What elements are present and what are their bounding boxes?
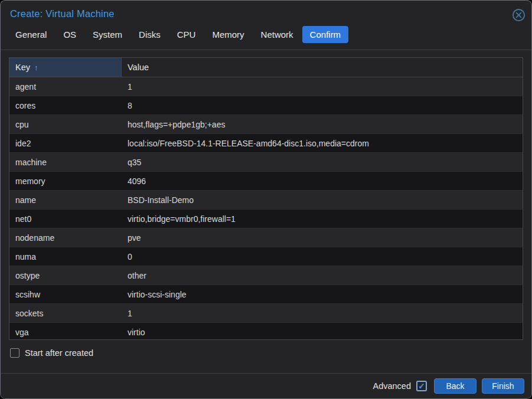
tab-network[interactable]: Network (253, 26, 301, 43)
table-row[interactable]: nodenamepve (9, 228, 523, 247)
table-row[interactable]: numa0 (9, 247, 523, 266)
table-header: Key ↑ Value (9, 58, 523, 77)
value-cell: other (122, 271, 523, 280)
table-row[interactable]: vgavirtio (9, 323, 523, 339)
table-row[interactable]: cores8 (9, 96, 523, 115)
table-row[interactable]: ostypeother (9, 266, 523, 285)
table-body: agent1cores8cpuhost,flags=+pdpe1gb;+aesi… (9, 77, 523, 339)
confirm-settings-table: Key ↑ Value agent1cores8cpuhost,flags=+p… (9, 57, 523, 340)
dialog-titlebar: Create: Virtual Machine (1, 1, 531, 23)
sort-ascending-icon: ↑ (34, 63, 38, 72)
key-cell: numa (9, 252, 122, 261)
key-cell: ostype (9, 271, 122, 280)
dialog-body: Key ↑ Value agent1cores8cpuhost,flags=+p… (1, 50, 531, 360)
advanced-checkbox[interactable]: ✓ (416, 381, 427, 391)
close-icon (512, 8, 526, 22)
table-row[interactable]: net0virtio,bridge=vmbr0,firewall=1 (9, 210, 523, 228)
key-cell: net0 (9, 214, 122, 224)
value-cell: 1 (122, 309, 523, 318)
key-cell: memory (9, 176, 122, 186)
table-row[interactable]: ide2local:iso/FreeBSD-14.1-RELEASE-amd64… (9, 134, 523, 153)
table-row[interactable]: machineq35 (9, 153, 523, 172)
key-cell: agent (9, 82, 122, 91)
finish-button[interactable]: Finish (482, 378, 524, 394)
value-cell: 1 (122, 82, 523, 91)
table-row[interactable]: agent1 (9, 77, 523, 96)
value-cell: q35 (122, 158, 523, 167)
column-header-key[interactable]: Key ↑ (9, 58, 122, 77)
tab-general[interactable]: General (8, 26, 54, 43)
start-after-created-checkbox[interactable] (10, 348, 19, 358)
column-header-value-label: Value (128, 63, 149, 72)
table-row[interactable]: nameBSD-Install-Demo (9, 191, 523, 210)
value-cell: virtio (122, 328, 523, 337)
key-cell: cpu (9, 120, 122, 129)
table-row[interactable]: sockets1 (9, 304, 523, 323)
advanced-label: Advanced (373, 381, 412, 391)
tab-memory[interactable]: Memory (204, 26, 252, 43)
key-cell: cores (9, 101, 122, 110)
value-cell: virtio-scsi-single (122, 290, 523, 299)
column-header-value[interactable]: Value (122, 58, 523, 77)
value-cell: 4096 (122, 176, 523, 186)
table-row[interactable]: scsihwvirtio-scsi-single (9, 285, 523, 304)
value-cell: 0 (122, 252, 523, 261)
key-cell: sockets (9, 309, 122, 318)
checkmark-icon: ✓ (418, 381, 425, 391)
value-cell: host,flags=+pdpe1gb;+aes (122, 120, 523, 129)
tab-confirm[interactable]: Confirm (302, 26, 349, 43)
table-row[interactable]: cpuhost,flags=+pdpe1gb;+aes (9, 115, 523, 134)
tab-disks[interactable]: Disks (131, 26, 168, 43)
tab-system[interactable]: System (85, 26, 130, 43)
table-row[interactable]: memory4096 (9, 172, 523, 191)
value-cell: BSD-Install-Demo (122, 195, 523, 205)
tab-os[interactable]: OS (56, 26, 84, 43)
value-cell: virtio,bridge=vmbr0,firewall=1 (122, 214, 523, 224)
start-after-created-label: Start after created (25, 348, 93, 358)
close-button[interactable] (511, 8, 526, 22)
back-button[interactable]: Back (434, 378, 476, 394)
start-after-created-row: Start after created (10, 346, 522, 360)
tab-cpu[interactable]: CPU (169, 26, 204, 43)
key-cell: scsihw (9, 290, 122, 299)
create-vm-dialog: Create: Virtual Machine GeneralOSSystemD… (0, 0, 532, 399)
value-cell: local:iso/FreeBSD-14.1-RELEASE-amd64-dis… (122, 139, 523, 148)
key-cell: machine (9, 158, 122, 167)
key-cell: vga (9, 328, 122, 337)
dialog-footer: Advanced ✓ Back Finish (1, 373, 531, 398)
key-cell: nodename (9, 233, 122, 243)
dialog-title: Create: Virtual Machine (10, 8, 115, 19)
value-cell: 8 (122, 101, 523, 110)
key-cell: ide2 (9, 139, 122, 148)
key-cell: name (9, 195, 122, 205)
value-cell: pve (122, 233, 523, 243)
tab-bar: GeneralOSSystemDisksCPUMemoryNetworkConf… (1, 23, 531, 50)
column-header-key-label: Key (15, 63, 30, 72)
